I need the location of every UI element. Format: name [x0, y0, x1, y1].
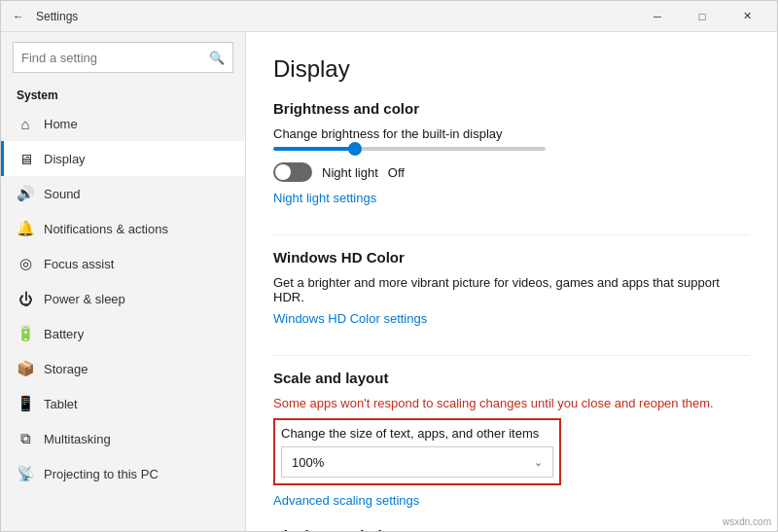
divider-1	[273, 234, 750, 235]
sidebar-item-sound[interactable]: 🔊 Sound	[1, 176, 245, 211]
display-icon: 🖥	[17, 150, 34, 167]
sidebar-item-label: Display	[44, 152, 86, 166]
dropdown-arrow-icon: ⌄	[534, 456, 543, 469]
sidebar-item-label: Battery	[44, 327, 84, 341]
maximize-button[interactable]: □	[680, 1, 725, 32]
brightness-title: Brightness and color	[273, 100, 750, 117]
sidebar-item-projecting[interactable]: 📡 Projecting to this PC	[1, 456, 245, 491]
night-light-toggle[interactable]	[273, 162, 312, 182]
sidebar-item-notifications[interactable]: 🔔 Notifications & actions	[1, 211, 245, 246]
sidebar-item-power[interactable]: ⏻ Power & sleep	[1, 281, 245, 316]
storage-icon: 📦	[17, 360, 34, 377]
search-input[interactable]	[21, 51, 209, 65]
scale-dropdown-value: 100%	[292, 455, 324, 470]
titlebar: ← Settings ─ □ ✕	[1, 1, 777, 32]
search-box[interactable]: 🔍	[13, 42, 233, 73]
hd-color-settings-link[interactable]: Windows HD Color settings	[273, 311, 427, 326]
dropdown-label: Change the size of text, apps, and other…	[281, 426, 553, 441]
notifications-icon: 🔔	[17, 220, 34, 237]
hd-color-title: Windows HD Color	[273, 249, 750, 266]
hd-color-description: Get a brighter and more vibrant picture …	[273, 275, 721, 304]
scale-section: Scale and layout Some apps won't respond…	[273, 370, 750, 508]
titlebar-left: ← Settings	[9, 7, 635, 26]
power-icon: ⏻	[17, 290, 34, 307]
sidebar-item-label: Tablet	[44, 397, 78, 411]
scale-title: Scale and layout	[273, 370, 750, 386]
battery-icon: 🔋	[17, 325, 34, 342]
sidebar-item-label: Sound	[44, 187, 81, 201]
tablet-icon: 📱	[17, 395, 34, 412]
watermark: wsxdn.com	[723, 516, 771, 527]
sidebar-item-label: Focus assist	[44, 257, 114, 271]
night-light-row: Night light Off	[273, 162, 750, 182]
window-content: 🔍 System ⌂ Home 🖥 Display 🔊 Sound 🔔 Noti…	[1, 32, 777, 531]
scale-dropdown[interactable]: 100% ⌄	[281, 446, 553, 478]
settings-window: ← Settings ─ □ ✕ 🔍 System ⌂	[0, 0, 778, 532]
dropdown-container: Change the size of text, apps, and other…	[273, 418, 561, 485]
sidebar-item-label: Power & sleep	[44, 292, 125, 306]
sidebar-item-label: Storage	[44, 362, 88, 376]
minimize-button[interactable]: ─	[635, 1, 680, 32]
main-content: Display Brightness and color Change brig…	[246, 32, 777, 531]
multitasking-icon: ⧉	[17, 430, 34, 447]
brightness-label: Change brightness for the built-in displ…	[273, 126, 750, 141]
night-light-label: Night light	[322, 165, 378, 180]
sidebar-item-multitasking[interactable]: ⧉ Multitasking	[1, 421, 245, 456]
sidebar-item-focus[interactable]: ◎ Focus assist	[1, 246, 245, 281]
sidebar-item-label: Projecting to this PC	[44, 467, 159, 481]
titlebar-controls: ─ □ ✕	[635, 1, 769, 32]
night-light-settings-link[interactable]: Night light settings	[273, 191, 376, 205]
sidebar-item-storage[interactable]: 📦 Storage	[1, 351, 245, 386]
sidebar-item-home[interactable]: ⌂ Home	[1, 106, 245, 141]
sidebar-item-tablet[interactable]: 📱 Tablet	[1, 386, 245, 421]
sidebar-item-display[interactable]: 🖥 Display	[1, 141, 245, 176]
search-icon: 🔍	[209, 51, 225, 65]
page-title: Display	[273, 55, 750, 83]
advanced-scaling-link[interactable]: Advanced scaling settings	[273, 493, 419, 508]
toggle-knob	[275, 164, 291, 180]
sidebar-item-label: Notifications & actions	[44, 222, 168, 236]
divider-2	[273, 355, 750, 356]
system-label: System	[1, 83, 245, 106]
sound-icon: 🔊	[17, 185, 34, 202]
projecting-icon: 📡	[17, 465, 34, 482]
sidebar-item-label: Multitasking	[44, 432, 111, 446]
scale-warning: Some apps won't respond to scaling chang…	[273, 396, 721, 410]
close-button[interactable]: ✕	[725, 1, 769, 32]
sidebar: 🔍 System ⌂ Home 🖥 Display 🔊 Sound 🔔 Noti…	[1, 32, 246, 531]
sidebar-item-label: Home	[44, 117, 78, 131]
home-icon: ⌂	[17, 115, 34, 132]
brightness-slider[interactable]	[273, 147, 546, 151]
focus-icon: ◎	[17, 255, 34, 272]
back-button[interactable]: ←	[9, 7, 28, 26]
brightness-thumb[interactable]	[348, 142, 362, 156]
night-light-status: Off	[388, 165, 405, 180]
sidebar-item-battery[interactable]: 🔋 Battery	[1, 316, 245, 351]
titlebar-title: Settings	[36, 10, 78, 23]
display-resolution-title: Display resolution	[273, 527, 750, 531]
hd-color-section: Windows HD Color Get a brighter and more…	[273, 249, 750, 336]
brightness-section: Brightness and color Change brightness f…	[273, 100, 750, 215]
